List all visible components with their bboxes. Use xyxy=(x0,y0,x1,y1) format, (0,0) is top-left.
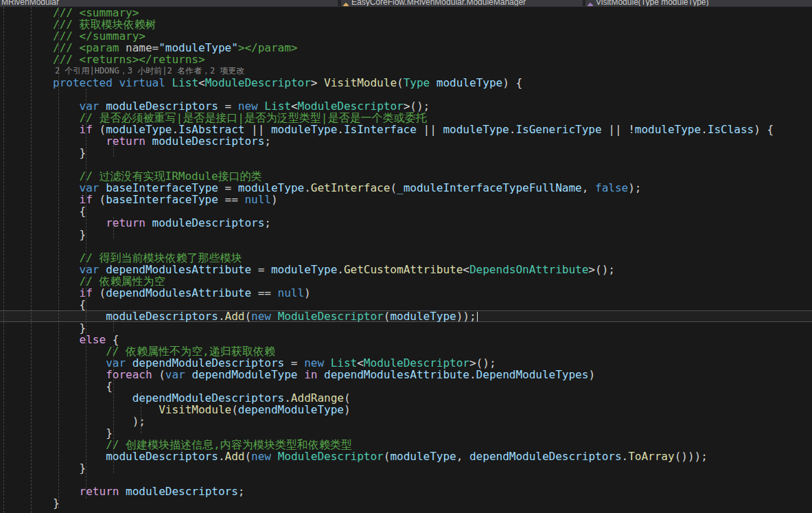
code-token: ( xyxy=(384,310,391,323)
code-token: || xyxy=(417,123,443,136)
code-line[interactable]: } xyxy=(0,497,812,509)
code-line[interactable]: VisitModule(dependModuleType) xyxy=(0,404,812,415)
code-line[interactable]: // 依赖属性为空 xyxy=(0,275,812,287)
code-token: List xyxy=(172,76,198,89)
code-line[interactable]: var moduleDescriptors = new List<ModuleD… xyxy=(0,100,812,112)
code-line[interactable]: // 是否必须被重写|是否是接口|是否为泛型类型|是否是一个类或委托 xyxy=(0,112,812,124)
nav-member-label: VisitModule(Type moduleType) xyxy=(596,0,709,6)
code-token: ())); xyxy=(675,450,708,463)
code-line[interactable]: { xyxy=(0,205,812,217)
code-token: baseInterfaceType xyxy=(106,193,218,206)
code-line[interactable]: moduleDescriptors.Add(new ModuleDescript… xyxy=(0,310,812,322)
code-line[interactable]: if (dependModulesAttribute == null) xyxy=(0,287,812,299)
code-token: dependModuleType xyxy=(192,368,297,381)
code-line[interactable]: } xyxy=(0,322,812,334)
class-icon xyxy=(343,3,349,6)
code-line[interactable]: { xyxy=(0,299,812,310)
code-token: . xyxy=(304,181,311,194)
code-token xyxy=(317,368,324,381)
code-token: Type xyxy=(404,76,430,89)
code-token: } xyxy=(0,461,86,475)
code-token: dependModulesAttribute xyxy=(324,368,469,381)
code-line[interactable]: // 过滤没有实现IRModule接口的类 xyxy=(0,170,812,182)
code-token: < xyxy=(463,263,469,276)
code-token: . xyxy=(701,123,708,136)
code-line[interactable]: /// </summary> xyxy=(0,30,812,42)
code-token: ( xyxy=(93,193,106,206)
code-line[interactable] xyxy=(0,474,812,486)
code-token: false xyxy=(595,181,628,194)
code-token: ) xyxy=(344,403,351,416)
code-line[interactable]: foreach (var dependModuleType in dependM… xyxy=(0,369,812,380)
code-line[interactable]: /// <param name="moduleType"></param> xyxy=(0,42,812,54)
code-token: return xyxy=(80,485,119,498)
code-editor[interactable]: /// <summary> /// 获取模块依赖树 /// </summary>… xyxy=(0,7,812,509)
codelens-info[interactable]: 2 个引用|HDONG，3 小时前|2 名作者，2 项更改 xyxy=(0,65,812,77)
code-token: == xyxy=(218,193,245,206)
nav-project-dropdown[interactable]: MRivenModular xyxy=(0,0,338,6)
code-token: dependModuleDescriptors xyxy=(469,450,622,463)
code-line[interactable]: var dependModuleDescriptors = new List<M… xyxy=(0,357,812,369)
code-line[interactable]: var baseInterfaceType = moduleType.GetIn… xyxy=(0,182,812,194)
code-token: dependModuleType xyxy=(238,403,344,416)
code-line[interactable]: return moduleDescriptors; xyxy=(0,486,812,497)
code-line[interactable]: /// 获取模块依赖树 xyxy=(0,19,812,30)
code-token: moduleDescriptors xyxy=(152,135,265,148)
code-line[interactable]: protected virtual List<ModuleDescriptor>… xyxy=(0,77,812,89)
code-token: VisitModule xyxy=(324,76,397,89)
code-token: var xyxy=(165,368,185,381)
code-token: moduleType xyxy=(271,123,337,136)
code-token: } xyxy=(0,146,86,159)
code-line[interactable]: moduleDescriptors.Add(new ModuleDescript… xyxy=(0,451,812,462)
code-line[interactable]: } xyxy=(0,427,812,439)
code-token: _moduleInterfaceTypeFullName xyxy=(397,181,582,194)
code-token: moduleDescriptors xyxy=(126,485,238,498)
code-line[interactable]: // 得到当前模块依赖了那些模块 xyxy=(0,252,812,264)
code-token xyxy=(271,310,278,323)
code-token: dependModulesAttribute xyxy=(106,286,251,299)
code-token: ( xyxy=(390,181,397,194)
code-line[interactable]: } xyxy=(0,229,812,240)
code-token: )); xyxy=(456,310,476,323)
code-token: ) xyxy=(271,193,278,206)
code-token: moduleDescriptors xyxy=(106,310,218,323)
code-line[interactable] xyxy=(0,89,812,100)
code-token: /// <returns></returns> xyxy=(0,53,205,66)
code-line[interactable]: dependModuleDescriptors.AddRange( xyxy=(0,392,812,404)
code-line[interactable]: // 依赖属性不为空,递归获取依赖 xyxy=(0,345,812,357)
code-token: moduleType xyxy=(437,76,502,89)
code-token: moduleType xyxy=(443,123,509,136)
code-line[interactable]: var dependModulesAttribute = moduleType.… xyxy=(0,264,812,275)
code-token: null xyxy=(244,193,271,206)
code-line[interactable]: else { xyxy=(0,334,812,345)
code-line[interactable]: /// <returns></returns> xyxy=(0,54,812,65)
code-line[interactable]: if (moduleType.IsAbstract || moduleType.… xyxy=(0,124,812,135)
code-token: return xyxy=(106,135,146,148)
nav-member-dropdown[interactable]: VisitModule(Type moduleType) xyxy=(585,0,812,6)
code-token xyxy=(298,368,305,381)
code-line[interactable]: return moduleDescriptors; xyxy=(0,135,812,147)
code-token: IsGenericType xyxy=(515,123,601,136)
code-line[interactable] xyxy=(0,159,812,170)
code-line[interactable]: if (baseInterfaceType == null) xyxy=(0,194,812,205)
code-line[interactable] xyxy=(0,240,812,252)
code-line[interactable]: // 创建模块描述信息,内容为模块类型和依赖类型 xyxy=(0,439,812,451)
code-token: ModuleDescriptor xyxy=(278,310,384,323)
code-line[interactable]: /// <summary> xyxy=(0,7,812,19)
code-token: ></param> xyxy=(238,41,298,54)
code-token: new xyxy=(251,310,271,323)
code-token: < xyxy=(198,76,205,89)
code-token: ( xyxy=(152,368,165,381)
code-token xyxy=(146,135,152,148)
code-line[interactable]: } xyxy=(0,147,812,159)
code-token: ModuleDescriptor xyxy=(278,450,384,463)
code-token: moduleDescriptors xyxy=(106,450,218,463)
code-token xyxy=(146,216,152,229)
code-token: . xyxy=(218,310,225,323)
nav-type-dropdown[interactable]: EasyCoreFlow.MRivenModular.ModuleManager xyxy=(341,0,583,6)
code-line[interactable]: return moduleDescriptors; xyxy=(0,217,812,229)
code-line[interactable]: ); xyxy=(0,415,812,427)
code-line[interactable]: { xyxy=(0,380,812,392)
code-line[interactable]: } xyxy=(0,462,812,474)
code-token: ) { xyxy=(502,76,522,89)
